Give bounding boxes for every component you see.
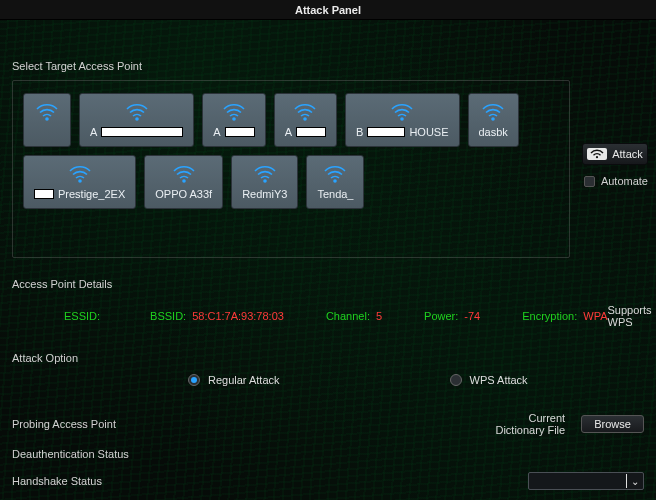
svg-point-3 <box>304 117 308 121</box>
access-point-label: OPPO A33f <box>155 188 212 200</box>
access-point-card[interactable] <box>23 93 71 147</box>
regular-attack-label: Regular Attack <box>208 374 280 386</box>
access-point-label: A <box>285 126 326 138</box>
wifi-icon <box>389 98 415 126</box>
window-title: Attack Panel <box>295 4 361 16</box>
dictionary-file-label: Current Dictionary File <box>484 412 573 436</box>
automate-checkbox[interactable] <box>584 176 595 187</box>
access-point-label: BHOUSE <box>356 126 448 138</box>
wifi-icon <box>124 98 150 126</box>
svg-point-9 <box>334 179 338 183</box>
attack-button[interactable]: Attack <box>582 143 648 165</box>
access-point-card[interactable]: dasbk <box>468 93 519 147</box>
svg-point-10 <box>596 156 598 158</box>
automate-option[interactable]: Automate <box>584 175 648 187</box>
svg-point-0 <box>45 117 49 121</box>
svg-point-2 <box>232 117 236 121</box>
access-point-card[interactable]: A <box>202 93 265 147</box>
svg-point-1 <box>135 117 139 121</box>
attack-option-label: Attack Option <box>12 352 644 364</box>
access-point-card[interactable]: OPPO A33f <box>144 155 223 209</box>
access-point-label: A <box>213 126 254 138</box>
handshake-dropdown[interactable]: ⌄ <box>528 472 644 490</box>
access-point-label: dasbk <box>479 126 508 138</box>
select-target-label: Select Target Access Point <box>12 60 644 72</box>
bssid-value: 58:C1:7A:93:78:03 <box>192 310 284 322</box>
ap-details-row: ESSID: BSSID:58:C1:7A:93:78:03 Channel:5… <box>12 304 644 328</box>
svg-point-4 <box>400 117 404 121</box>
attack-button-label: Attack <box>612 148 643 160</box>
wifi-icon <box>322 160 348 188</box>
access-point-label: Prestige_2EX <box>34 188 125 200</box>
access-point-card[interactable]: A <box>274 93 337 147</box>
svg-point-7 <box>182 179 186 183</box>
access-point-card[interactable]: Prestige_2EX <box>23 155 136 209</box>
access-point-card[interactable]: RedmiY3 <box>231 155 298 209</box>
wifi-icon <box>67 160 93 188</box>
channel-value: 5 <box>376 310 382 322</box>
browse-button[interactable]: Browse <box>581 415 644 433</box>
access-point-label: Tenda_ <box>317 188 353 200</box>
radio-dot-icon <box>450 374 462 386</box>
svg-point-5 <box>491 117 495 121</box>
access-point-panel: AAABHOUSEdasbkPrestige_2EXOPPO A33fRedmi… <box>12 80 570 258</box>
wifi-icon <box>252 160 278 188</box>
wifi-icon <box>34 98 60 126</box>
power-value: -74 <box>464 310 480 322</box>
access-point-label: RedmiY3 <box>242 188 287 200</box>
probing-label: Probing Access Point <box>12 418 172 430</box>
svg-point-8 <box>263 179 267 183</box>
access-point-card[interactable]: Tenda_ <box>306 155 364 209</box>
chevron-down-icon: ⌄ <box>631 476 639 487</box>
access-point-card[interactable]: BHOUSE <box>345 93 459 147</box>
deauth-label: Deauthentication Status <box>12 448 172 460</box>
power-key: Power: <box>424 310 458 322</box>
encryption-value: WPA <box>583 310 607 322</box>
wps-attack-radio[interactable]: WPS Attack <box>450 374 528 386</box>
ap-details-label: Access Point Details <box>12 278 644 290</box>
channel-key: Channel: <box>326 310 370 322</box>
window-titlebar: Attack Panel <box>0 0 656 20</box>
regular-attack-radio[interactable]: Regular Attack <box>188 374 280 386</box>
supports-wps-label: Supports WPS <box>608 304 652 328</box>
bssid-key: BSSID: <box>150 310 186 322</box>
radio-dot-icon <box>188 374 200 386</box>
access-point-card[interactable]: A <box>79 93 194 147</box>
wifi-icon <box>171 160 197 188</box>
handshake-label: Handshake Status <box>12 475 172 487</box>
encryption-key: Encryption: <box>522 310 577 322</box>
wifi-icon <box>480 98 506 126</box>
access-point-label: A <box>90 126 183 138</box>
automate-label: Automate <box>601 175 648 187</box>
wifi-icon <box>221 98 247 126</box>
wifi-icon <box>587 148 607 160</box>
wps-attack-label: WPS Attack <box>470 374 528 386</box>
essid-key: ESSID: <box>64 310 100 322</box>
wifi-icon <box>292 98 318 126</box>
svg-point-6 <box>78 179 82 183</box>
